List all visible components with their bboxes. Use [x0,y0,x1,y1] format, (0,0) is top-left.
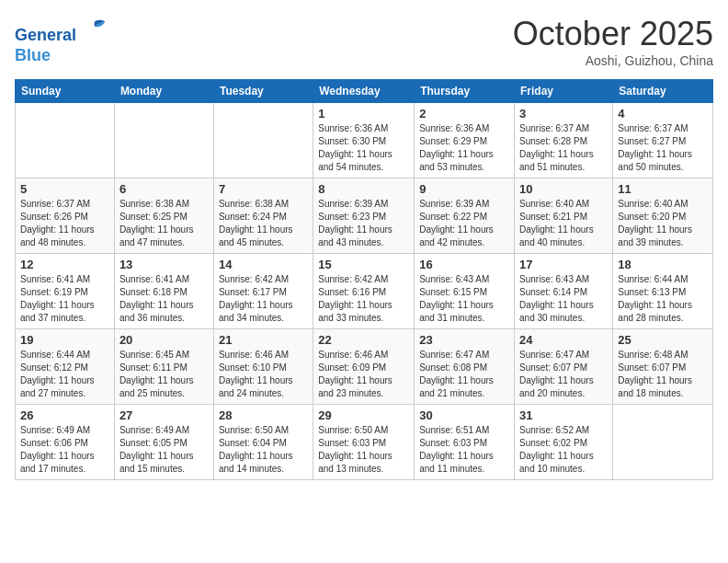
calendar-week-row: 5Sunrise: 6:37 AM Sunset: 6:26 PM Daylig… [16,178,713,254]
day-number: 4 [618,107,708,121]
day-info: Sunrise: 6:42 AM Sunset: 6:16 PM Dayligh… [318,273,409,325]
month-title: October 2025 [513,15,713,53]
day-info: Sunrise: 6:40 AM Sunset: 6:21 PM Dayligh… [519,198,608,249]
day-number: 14 [219,258,308,271]
day-number: 31 [519,408,608,422]
calendar-cell [613,405,713,480]
day-info: Sunrise: 6:37 AM Sunset: 6:28 PM Dayligh… [519,122,608,174]
day-number: 26 [20,408,109,422]
day-info: Sunrise: 6:48 AM Sunset: 6:07 PM Dayligh… [618,349,708,400]
calendar-cell: 27Sunrise: 6:49 AM Sunset: 6:05 PM Dayli… [114,405,213,480]
day-number: 12 [20,258,109,271]
calendar-table: SundayMondayTuesdayWednesdayThursdayFrid… [15,79,713,480]
day-number: 18 [618,258,708,271]
day-number: 10 [519,182,608,196]
day-info: Sunrise: 6:50 AM Sunset: 6:03 PM Dayligh… [318,424,409,476]
day-info: Sunrise: 6:42 AM Sunset: 6:17 PM Dayligh… [219,273,308,325]
day-info: Sunrise: 6:44 AM Sunset: 6:12 PM Dayligh… [20,349,109,400]
calendar-cell: 31Sunrise: 6:52 AM Sunset: 6:02 PM Dayli… [515,405,613,480]
day-number: 23 [419,333,509,347]
calendar-cell: 26Sunrise: 6:49 AM Sunset: 6:06 PM Dayli… [16,405,115,480]
logo-bird-icon [83,15,108,40]
calendar-cell: 14Sunrise: 6:42 AM Sunset: 6:17 PM Dayli… [213,254,313,329]
day-info: Sunrise: 6:47 AM Sunset: 6:07 PM Dayligh… [519,349,608,400]
day-info: Sunrise: 6:49 AM Sunset: 6:06 PM Dayligh… [20,424,109,476]
day-info: Sunrise: 6:38 AM Sunset: 6:25 PM Dayligh… [119,198,209,249]
calendar-cell: 4Sunrise: 6:37 AM Sunset: 6:27 PM Daylig… [613,103,713,178]
day-info: Sunrise: 6:46 AM Sunset: 6:09 PM Dayligh… [318,349,409,400]
day-info: Sunrise: 6:37 AM Sunset: 6:27 PM Dayligh… [618,122,708,174]
calendar-cell: 23Sunrise: 6:47 AM Sunset: 6:08 PM Dayli… [415,329,515,405]
day-info: Sunrise: 6:52 AM Sunset: 6:02 PM Dayligh… [519,424,608,476]
weekday-header: Monday [114,80,213,103]
calendar-cell: 21Sunrise: 6:46 AM Sunset: 6:10 PM Dayli… [213,329,313,405]
day-number: 11 [618,182,708,196]
day-number: 7 [219,182,308,196]
calendar-cell: 10Sunrise: 6:40 AM Sunset: 6:21 PM Dayli… [515,178,613,254]
logo-line1: General [15,26,76,44]
day-info: Sunrise: 6:51 AM Sunset: 6:03 PM Dayligh… [419,424,509,476]
day-info: Sunrise: 6:36 AM Sunset: 6:29 PM Dayligh… [419,122,509,174]
day-number: 6 [119,182,209,196]
calendar-cell: 17Sunrise: 6:43 AM Sunset: 6:14 PM Dayli… [515,254,613,329]
calendar-cell: 19Sunrise: 6:44 AM Sunset: 6:12 PM Dayli… [16,329,115,405]
weekday-header: Saturday [613,80,713,103]
calendar-cell [114,103,213,178]
calendar-cell: 18Sunrise: 6:44 AM Sunset: 6:13 PM Dayli… [613,254,713,329]
day-number: 24 [519,333,608,347]
day-number: 2 [419,107,509,121]
day-number: 20 [119,333,209,347]
day-info: Sunrise: 6:39 AM Sunset: 6:22 PM Dayligh… [419,198,509,249]
day-number: 3 [519,107,608,121]
day-info: Sunrise: 6:44 AM Sunset: 6:13 PM Dayligh… [618,273,708,325]
logo-line2-wrap: Blue [15,46,108,66]
day-info: Sunrise: 6:38 AM Sunset: 6:24 PM Dayligh… [219,198,308,249]
calendar-week-row: 19Sunrise: 6:44 AM Sunset: 6:12 PM Dayli… [16,329,713,405]
calendar-cell: 22Sunrise: 6:46 AM Sunset: 6:09 PM Dayli… [313,329,415,405]
calendar-cell: 5Sunrise: 6:37 AM Sunset: 6:26 PM Daylig… [16,178,115,254]
day-info: Sunrise: 6:37 AM Sunset: 6:26 PM Dayligh… [20,198,109,249]
day-number: 21 [219,333,308,347]
calendar-week-row: 12Sunrise: 6:41 AM Sunset: 6:19 PM Dayli… [16,254,713,329]
day-number: 30 [419,408,509,422]
day-number: 28 [219,408,308,422]
day-number: 17 [519,258,608,271]
location: Aoshi, Guizhou, China [513,53,713,68]
logo-text: General [15,15,108,46]
day-info: Sunrise: 6:49 AM Sunset: 6:05 PM Dayligh… [119,424,209,476]
title-block: October 2025 Aoshi, Guizhou, China [513,15,713,68]
day-info: Sunrise: 6:41 AM Sunset: 6:19 PM Dayligh… [20,273,109,325]
calendar-cell: 13Sunrise: 6:41 AM Sunset: 6:18 PM Dayli… [114,254,213,329]
calendar-cell: 20Sunrise: 6:45 AM Sunset: 6:11 PM Dayli… [114,329,213,405]
calendar-cell: 28Sunrise: 6:50 AM Sunset: 6:04 PM Dayli… [213,405,313,480]
calendar-cell: 16Sunrise: 6:43 AM Sunset: 6:15 PM Dayli… [415,254,515,329]
calendar-cell: 29Sunrise: 6:50 AM Sunset: 6:03 PM Dayli… [313,405,415,480]
day-number: 5 [20,182,109,196]
weekday-header: Thursday [415,80,515,103]
calendar-cell: 12Sunrise: 6:41 AM Sunset: 6:19 PM Dayli… [16,254,115,329]
weekday-header-row: SundayMondayTuesdayWednesdayThursdayFrid… [16,80,713,103]
calendar-cell: 7Sunrise: 6:38 AM Sunset: 6:24 PM Daylig… [213,178,313,254]
day-info: Sunrise: 6:40 AM Sunset: 6:20 PM Dayligh… [618,198,708,249]
logo: General Blue [15,15,108,65]
logo-line2: Blue [15,46,51,64]
day-info: Sunrise: 6:45 AM Sunset: 6:11 PM Dayligh… [119,349,209,400]
calendar-cell: 30Sunrise: 6:51 AM Sunset: 6:03 PM Dayli… [415,405,515,480]
day-info: Sunrise: 6:41 AM Sunset: 6:18 PM Dayligh… [119,273,209,325]
day-info: Sunrise: 6:50 AM Sunset: 6:04 PM Dayligh… [219,424,308,476]
calendar-cell: 25Sunrise: 6:48 AM Sunset: 6:07 PM Dayli… [613,329,713,405]
calendar-cell [213,103,313,178]
day-number: 15 [318,258,409,271]
calendar-cell: 15Sunrise: 6:42 AM Sunset: 6:16 PM Dayli… [313,254,415,329]
day-number: 1 [318,107,409,121]
calendar-cell: 9Sunrise: 6:39 AM Sunset: 6:22 PM Daylig… [415,178,515,254]
calendar-cell: 24Sunrise: 6:47 AM Sunset: 6:07 PM Dayli… [515,329,613,405]
calendar-week-row: 1Sunrise: 6:36 AM Sunset: 6:30 PM Daylig… [16,103,713,178]
day-info: Sunrise: 6:36 AM Sunset: 6:30 PM Dayligh… [318,122,409,174]
weekday-header: Sunday [16,80,115,103]
weekday-header: Friday [515,80,613,103]
day-info: Sunrise: 6:43 AM Sunset: 6:15 PM Dayligh… [419,273,509,325]
calendar-cell [16,103,115,178]
day-number: 29 [318,408,409,422]
day-info: Sunrise: 6:43 AM Sunset: 6:14 PM Dayligh… [519,273,608,325]
